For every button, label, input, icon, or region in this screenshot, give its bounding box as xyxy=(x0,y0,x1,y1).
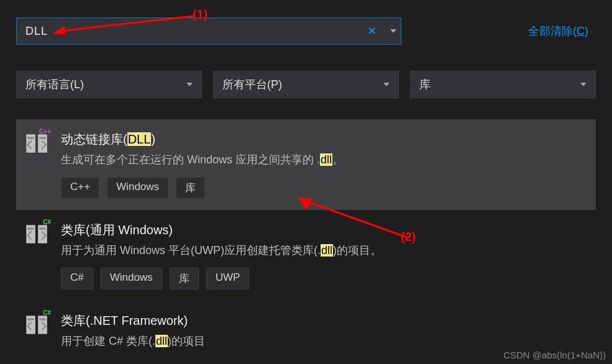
filter-project-type[interactable]: 库 xyxy=(410,71,596,98)
chevron-down-icon xyxy=(580,83,587,86)
search-history-dropdown[interactable] xyxy=(386,18,401,44)
svg-rect-3 xyxy=(39,137,45,139)
search-box[interactable]: ✕ xyxy=(16,17,401,45)
result-item-dll-cpp[interactable]: C++ 动态链接库(DLL) 生成可在多个正在运行的 Windows 应用之间共… xyxy=(16,119,596,210)
filter-platform[interactable]: 所有平台(P) xyxy=(213,71,399,98)
project-template-icon: C# xyxy=(24,221,50,247)
svg-rect-2 xyxy=(27,137,34,139)
lang-badge: C++ xyxy=(38,128,52,135)
filter-row: 所有语言(L) 所有平台(P) 库 xyxy=(16,71,596,98)
watermark: CSDN @abs(ln(1+NaN)) xyxy=(503,350,606,360)
tag: 库 xyxy=(176,177,205,199)
chevron-down-icon xyxy=(390,29,396,33)
lang-badge: C# xyxy=(42,309,52,316)
svg-rect-10 xyxy=(27,319,34,321)
lang-badge: C# xyxy=(42,219,52,225)
annotation-2: (2) xyxy=(401,230,416,244)
project-template-icon: C++ xyxy=(24,130,50,157)
result-description: 用于为通用 Windows 平台(UWP)应用创建托管类库(.dll)的项目。 xyxy=(61,242,586,259)
tag: 库 xyxy=(170,268,199,289)
filter-language[interactable]: 所有语言(L) xyxy=(16,71,202,98)
search-input[interactable] xyxy=(17,18,359,44)
tag: Windows xyxy=(101,268,162,289)
tag: C# xyxy=(61,268,93,289)
search-row: ✕ 全部清除(C) xyxy=(16,17,596,45)
tag: C++ xyxy=(61,177,99,199)
results-list: C++ 动态链接库(DLL) 生成可在多个正在运行的 Windows 应用之间共… xyxy=(16,119,596,361)
tag: Windows xyxy=(107,177,168,199)
result-title: 类库(.NET Framework) xyxy=(61,312,586,329)
annotation-1: (1) xyxy=(193,7,208,22)
tag: UWP xyxy=(206,268,250,289)
svg-rect-6 xyxy=(27,228,34,230)
result-title: 类库(通用 Windows) xyxy=(61,221,586,239)
close-icon: ✕ xyxy=(367,24,377,38)
result-description: 生成可在多个正在运行的 Windows 应用之间共享的 .dll。 xyxy=(61,152,586,168)
chevron-down-icon xyxy=(383,83,390,86)
result-title: 动态链接库(DLL) xyxy=(61,130,586,148)
svg-rect-11 xyxy=(39,319,45,321)
clear-input-button[interactable]: ✕ xyxy=(359,18,386,44)
result-item-classlib-uwp[interactable]: C# 类库(通用 Windows) 用于为通用 Windows 平台(UWP)应… xyxy=(16,210,596,301)
clear-all-link[interactable]: 全部清除(C) xyxy=(528,24,588,39)
result-description: 用于创建 C# 类库(.dll)的项目 xyxy=(61,333,586,350)
chevron-down-icon xyxy=(186,83,193,86)
project-template-icon: C# xyxy=(24,312,50,338)
svg-rect-7 xyxy=(39,228,45,230)
